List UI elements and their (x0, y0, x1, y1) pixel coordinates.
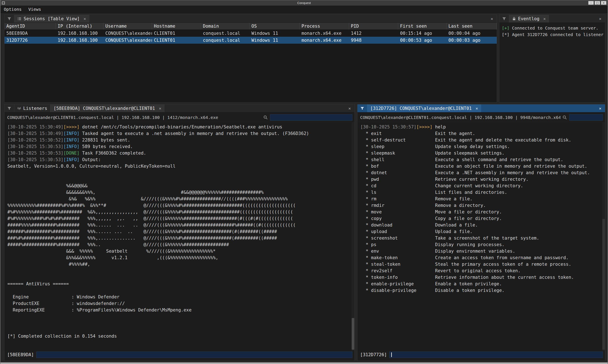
console-line (7, 274, 354, 281)
help-command-description: Copy a file or directory. (435, 216, 502, 221)
session-row-58EE89DA[interactable]: 58EE89DA192.168.168.100CONQUEST\alexande… (4, 30, 497, 37)
menu-options[interactable]: Options (0, 6, 25, 13)
help-command-description: Remove a directory. (435, 203, 486, 208)
window-resize-edge[interactable] (0, 362, 608, 364)
help-command-description: Revert to original access token. (435, 268, 521, 273)
help-command-line: * exit Exit the agent. (360, 130, 605, 137)
command-input[interactable] (389, 351, 603, 358)
console-line (7, 169, 354, 176)
tab-eventlog[interactable]: Eventlog × (509, 15, 549, 23)
help-command-name: * steal-token (360, 262, 435, 267)
search-icon (562, 115, 567, 120)
tab-agent-312D7726[interactable]: [312D7726] CONQUEST\alexander@CLIENT01 × (367, 104, 481, 112)
console-line: &&& %%%%% Seatbelt %////(((&%%%%%%%%%%%%… (7, 248, 354, 255)
session-cell: 1412 (349, 30, 398, 37)
help-command-description: Create an access token from username and… (435, 255, 568, 260)
column-header[interactable]: PID (349, 23, 398, 29)
tab-close-icon[interactable]: × (159, 106, 161, 111)
minimize-button[interactable]: – (588, 1, 594, 5)
help-command-name: * upload (360, 229, 435, 234)
scrollbar-track[interactable] (602, 122, 605, 351)
help-command-line: * steal-token Steal the primary access t… (360, 261, 605, 268)
help-command-line: * env Display environment variables. (360, 248, 605, 255)
help-command-name: * rmdir (360, 203, 435, 208)
table-view-icon (17, 17, 22, 21)
session-cell: 9948 (349, 37, 398, 44)
search-icon (263, 115, 268, 120)
filter-funnel-icon[interactable] (357, 104, 367, 112)
help-command-line: * pwd Retrieve current working directory… (360, 176, 605, 183)
console-line: #%#%%%%%%%###%#%#%##%###### %%%,,,,,, ,,… (7, 215, 354, 222)
console-line: &%%&&&%%%%% v1.2.1 ,(((&%%%%%%%%%%%%%%%%… (7, 255, 354, 261)
command-input[interactable] (36, 351, 352, 358)
left-console-tabbar: Listeners [58EE89DA] CONQUEST\alexander@… (4, 104, 354, 112)
session-cell: CONQUEST\alexander (103, 30, 152, 37)
panel-close-icon[interactable]: × (595, 104, 605, 112)
workspace: Sessions [Table View] × × AgentIDIP (Int… (0, 13, 608, 362)
console-output: [30-10-2025 15:30:57][>>>>] help * exit … (357, 122, 605, 351)
tab-agent-58EE89DA[interactable]: [58EE89DA] CONQUEST\alexander@CLIENT01 × (51, 104, 164, 112)
tab-close-icon[interactable]: × (543, 16, 546, 21)
column-header[interactable]: Username (103, 23, 152, 29)
app-window: Conquest – □ × Options Views (0, 0, 608, 364)
help-command-line: * rev2self Revert to original access tok… (360, 268, 605, 274)
help-command-line: * shell Execute a shell command and retr… (360, 156, 605, 163)
eventlog-tabbar: Eventlog × × (499, 15, 605, 23)
help-command-name: * self-destruct (360, 138, 435, 143)
tab-close-icon[interactable]: × (475, 106, 478, 111)
help-command-description: Upload a file. (435, 229, 473, 234)
help-command-description: Execute a .NET assembly in memory and re… (435, 170, 590, 175)
help-command-line: * download Download a file. (360, 222, 605, 228)
console-line: %%%%%%%%%%%#########%#%%####% &%%**# @//… (7, 202, 354, 209)
close-button[interactable]: × (601, 1, 607, 5)
maximize-button[interactable]: □ (594, 1, 600, 5)
help-command-description: Execute a shell command and retrieve the… (435, 157, 563, 162)
search-input[interactable] (270, 114, 352, 121)
tab-close-icon[interactable]: × (84, 16, 86, 21)
filter-funnel-icon[interactable] (4, 104, 14, 112)
panel-close-icon[interactable]: × (345, 104, 354, 112)
column-header[interactable]: Last seen (446, 23, 497, 29)
panel-close-icon[interactable]: × (487, 15, 497, 23)
session-row-312D7726[interactable]: 312D7726192.168.168.100CONQUEST\alexande… (4, 37, 497, 44)
column-header[interactable]: First seen (398, 23, 446, 29)
right-console-tabbar: [312D7726] CONQUEST\alexander@CLIENT01 ×… (357, 104, 605, 112)
column-header[interactable]: Process (299, 23, 349, 29)
eventlog-output: [+] Connected to Conquest team server.[*… (499, 23, 605, 102)
filter-funnel-icon[interactable] (4, 15, 14, 23)
column-header[interactable]: OS (250, 23, 299, 29)
help-command-name: * bof (360, 164, 435, 169)
scrollbar-thumb[interactable] (602, 219, 605, 350)
agent-status-row: CONQUEST\alexander@CLIENT01.conquest.loc… (4, 112, 354, 122)
help-command-description: Steal the primary access token of a remo… (435, 262, 571, 267)
console-line: Engine : Windows Defender (7, 294, 354, 300)
console-line: #####%%%%#########%######## %%%...... ..… (7, 222, 354, 228)
tab-sessions-table-view[interactable]: Sessions [Table View] × (14, 15, 89, 23)
help-command-description: Disable a token privilege. (435, 288, 505, 293)
console-line: [30-10-2025 15:30:53][INFO] 589 bytes re… (7, 143, 354, 150)
panel-close-icon[interactable]: × (595, 15, 605, 23)
help-command-name: * copy (360, 216, 435, 221)
console-line: [30-10-2025 15:30:49][>>>>] dotnet /mnt/… (7, 124, 354, 130)
help-command-line: * move Move a file or directory. (360, 209, 605, 215)
help-command-name: * disable-privilege (360, 288, 435, 293)
agent-console-58EE89DA-panel: Listeners [58EE89DA] CONQUEST\alexander@… (4, 104, 355, 361)
column-header[interactable]: Hostname (152, 23, 201, 29)
help-command-description: Retrieve current working directory. (435, 177, 529, 182)
sessions-table-header: AgentIDIP (Internal)UsernameHostnameDoma… (4, 23, 497, 30)
search-input[interactable] (569, 114, 603, 121)
scrollbar-thumb[interactable] (352, 318, 354, 350)
help-command-description: Move a file or directory. (435, 209, 502, 214)
scrollbar-track[interactable] (351, 122, 354, 351)
menu-views[interactable]: Views (25, 6, 44, 13)
column-header[interactable]: Domain (201, 23, 250, 29)
tab-listeners[interactable]: Listeners (14, 104, 51, 112)
column-header[interactable]: IP (Internal) (56, 23, 103, 29)
console-line: ProductEXE : windowsdefender:// (7, 300, 354, 307)
column-header[interactable]: AgentID (4, 23, 56, 29)
console-line: %&&@@@&& (7, 183, 354, 189)
filter-funnel-icon[interactable] (499, 15, 509, 23)
help-command-description: Exit the agent. (435, 131, 475, 136)
help-command-description: Remove a file. (435, 196, 473, 201)
help-command-name: * ps (360, 242, 435, 247)
